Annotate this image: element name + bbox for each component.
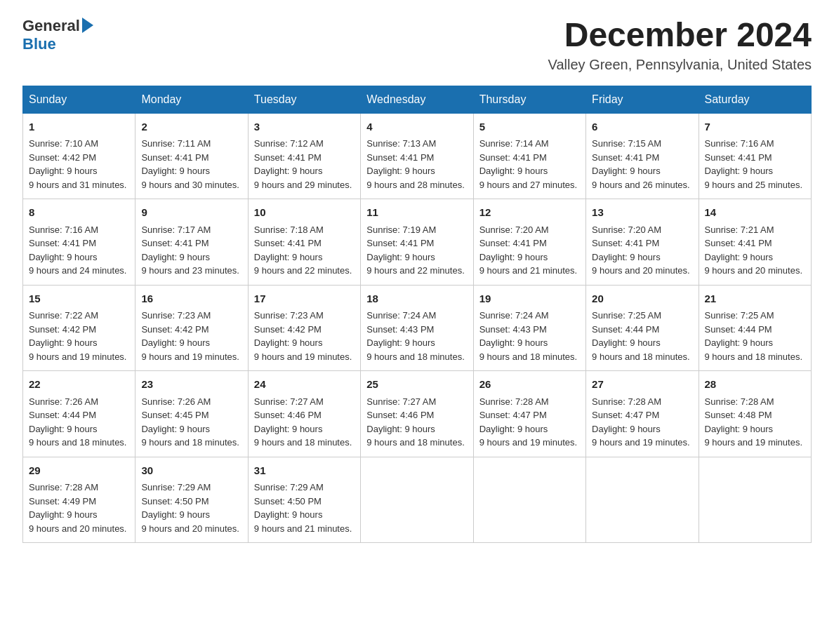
- table-row: 12Sunrise: 7:20 AMSunset: 4:41 PMDayligh…: [473, 199, 585, 286]
- header-thursday: Thursday: [473, 86, 585, 113]
- table-row: 21Sunrise: 7:25 AMSunset: 4:44 PMDayligh…: [699, 285, 811, 371]
- logo-general-text: General: [22, 17, 80, 35]
- table-row: 6Sunrise: 7:15 AMSunset: 4:41 PMDaylight…: [586, 113, 699, 199]
- table-row: 13Sunrise: 7:20 AMSunset: 4:41 PMDayligh…: [586, 199, 699, 286]
- month-title: December 2024: [548, 17, 812, 54]
- day-number: 31: [254, 463, 355, 479]
- header-wednesday: Wednesday: [361, 86, 473, 113]
- day-number: 29: [29, 463, 129, 479]
- day-number: 23: [141, 377, 241, 393]
- calendar-week-row: 29Sunrise: 7:28 AMSunset: 4:49 PMDayligh…: [23, 457, 812, 543]
- table-row: [586, 457, 699, 543]
- day-number: 5: [479, 119, 580, 135]
- day-info: Sunrise: 7:29 AMSunset: 4:50 PMDaylight:…: [141, 482, 239, 534]
- day-info: Sunrise: 7:22 AMSunset: 4:42 PMDaylight:…: [29, 310, 126, 362]
- table-row: 3Sunrise: 7:12 AMSunset: 4:41 PMDaylight…: [248, 113, 360, 199]
- day-number: 28: [705, 377, 805, 393]
- table-row: [473, 457, 585, 543]
- table-row: 25Sunrise: 7:27 AMSunset: 4:46 PMDayligh…: [361, 371, 473, 457]
- table-row: 4Sunrise: 7:13 AMSunset: 4:41 PMDaylight…: [361, 113, 473, 199]
- table-row: 28Sunrise: 7:28 AMSunset: 4:48 PMDayligh…: [699, 371, 811, 457]
- day-info: Sunrise: 7:11 AMSunset: 4:41 PMDaylight:…: [141, 138, 239, 190]
- table-row: 10Sunrise: 7:18 AMSunset: 4:41 PMDayligh…: [248, 199, 360, 286]
- day-number: 13: [592, 205, 692, 221]
- table-row: 26Sunrise: 7:28 AMSunset: 4:47 PMDayligh…: [473, 371, 585, 457]
- day-number: 3: [254, 119, 355, 135]
- day-number: 20: [592, 291, 692, 307]
- day-number: 6: [592, 119, 692, 135]
- table-row: 30Sunrise: 7:29 AMSunset: 4:50 PMDayligh…: [135, 457, 248, 543]
- day-number: 24: [254, 377, 355, 393]
- day-number: 17: [254, 291, 355, 307]
- day-info: Sunrise: 7:28 AMSunset: 4:47 PMDaylight:…: [592, 396, 689, 448]
- table-row: 31Sunrise: 7:29 AMSunset: 4:50 PMDayligh…: [248, 457, 360, 543]
- day-number: 25: [366, 377, 467, 393]
- header-monday: Monday: [135, 86, 248, 113]
- day-number: 27: [592, 377, 692, 393]
- table-row: 19Sunrise: 7:24 AMSunset: 4:43 PMDayligh…: [473, 285, 585, 371]
- day-info: Sunrise: 7:29 AMSunset: 4:50 PMDaylight:…: [254, 482, 352, 534]
- day-info: Sunrise: 7:26 AMSunset: 4:45 PMDaylight:…: [141, 396, 239, 448]
- day-info: Sunrise: 7:21 AMSunset: 4:41 PMDaylight:…: [705, 224, 802, 276]
- day-number: 12: [479, 205, 580, 221]
- day-number: 2: [141, 119, 241, 135]
- table-row: 11Sunrise: 7:19 AMSunset: 4:41 PMDayligh…: [361, 199, 473, 286]
- header-saturday: Saturday: [699, 86, 811, 113]
- table-row: 22Sunrise: 7:26 AMSunset: 4:44 PMDayligh…: [23, 371, 135, 457]
- day-number: 26: [479, 377, 580, 393]
- day-number: 30: [141, 463, 241, 479]
- header-tuesday: Tuesday: [248, 86, 360, 113]
- day-info: Sunrise: 7:15 AMSunset: 4:41 PMDaylight:…: [592, 138, 689, 190]
- logo: General Blue: [22, 17, 93, 53]
- table-row: 27Sunrise: 7:28 AMSunset: 4:47 PMDayligh…: [586, 371, 699, 457]
- logo-arrow-icon: [82, 18, 93, 33]
- day-number: 4: [366, 119, 467, 135]
- calendar-week-row: 1Sunrise: 7:10 AMSunset: 4:42 PMDaylight…: [23, 113, 812, 199]
- table-row: 23Sunrise: 7:26 AMSunset: 4:45 PMDayligh…: [135, 371, 248, 457]
- day-info: Sunrise: 7:24 AMSunset: 4:43 PMDaylight:…: [479, 310, 577, 362]
- day-info: Sunrise: 7:20 AMSunset: 4:41 PMDaylight:…: [592, 224, 689, 276]
- location-subtitle: Valley Green, Pennsylvania, United State…: [548, 57, 812, 73]
- title-area: December 2024 Valley Green, Pennsylvania…: [548, 17, 812, 73]
- table-row: [361, 457, 473, 543]
- table-row: 24Sunrise: 7:27 AMSunset: 4:46 PMDayligh…: [248, 371, 360, 457]
- header-friday: Friday: [586, 86, 699, 113]
- day-info: Sunrise: 7:28 AMSunset: 4:47 PMDaylight:…: [479, 396, 577, 448]
- day-info: Sunrise: 7:25 AMSunset: 4:44 PMDaylight:…: [592, 310, 689, 362]
- calendar-week-row: 22Sunrise: 7:26 AMSunset: 4:44 PMDayligh…: [23, 371, 812, 457]
- day-info: Sunrise: 7:23 AMSunset: 4:42 PMDaylight:…: [141, 310, 239, 362]
- table-row: 15Sunrise: 7:22 AMSunset: 4:42 PMDayligh…: [23, 285, 135, 371]
- day-info: Sunrise: 7:20 AMSunset: 4:41 PMDaylight:…: [479, 224, 577, 276]
- day-info: Sunrise: 7:19 AMSunset: 4:41 PMDaylight:…: [366, 224, 464, 276]
- day-number: 22: [29, 377, 129, 393]
- table-row: 16Sunrise: 7:23 AMSunset: 4:42 PMDayligh…: [135, 285, 248, 371]
- day-number: 14: [705, 205, 805, 221]
- day-number: 9: [141, 205, 241, 221]
- logo-blue-text: Blue: [22, 35, 56, 53]
- day-info: Sunrise: 7:23 AMSunset: 4:42 PMDaylight:…: [254, 310, 352, 362]
- day-info: Sunrise: 7:13 AMSunset: 4:41 PMDaylight:…: [366, 138, 464, 190]
- day-info: Sunrise: 7:16 AMSunset: 4:41 PMDaylight:…: [705, 138, 802, 190]
- day-info: Sunrise: 7:24 AMSunset: 4:43 PMDaylight:…: [366, 310, 464, 362]
- day-info: Sunrise: 7:27 AMSunset: 4:46 PMDaylight:…: [254, 396, 352, 448]
- day-info: Sunrise: 7:27 AMSunset: 4:46 PMDaylight:…: [366, 396, 464, 448]
- table-row: 29Sunrise: 7:28 AMSunset: 4:49 PMDayligh…: [23, 457, 135, 543]
- calendar-week-row: 8Sunrise: 7:16 AMSunset: 4:41 PMDaylight…: [23, 199, 812, 286]
- day-info: Sunrise: 7:10 AMSunset: 4:42 PMDaylight:…: [29, 138, 126, 190]
- day-info: Sunrise: 7:28 AMSunset: 4:49 PMDaylight:…: [29, 482, 126, 534]
- weekday-header-row: Sunday Monday Tuesday Wednesday Thursday…: [23, 86, 812, 113]
- day-number: 21: [705, 291, 805, 307]
- calendar-week-row: 15Sunrise: 7:22 AMSunset: 4:42 PMDayligh…: [23, 285, 812, 371]
- table-row: 18Sunrise: 7:24 AMSunset: 4:43 PMDayligh…: [361, 285, 473, 371]
- day-number: 15: [29, 291, 129, 307]
- table-row: 1Sunrise: 7:10 AMSunset: 4:42 PMDaylight…: [23, 113, 135, 199]
- day-info: Sunrise: 7:28 AMSunset: 4:48 PMDaylight:…: [705, 396, 802, 448]
- day-number: 7: [705, 119, 805, 135]
- day-info: Sunrise: 7:18 AMSunset: 4:41 PMDaylight:…: [254, 224, 352, 276]
- table-row: 17Sunrise: 7:23 AMSunset: 4:42 PMDayligh…: [248, 285, 360, 371]
- page-header: General Blue December 2024 Valley Green,…: [22, 17, 812, 73]
- day-number: 10: [254, 205, 355, 221]
- day-number: 8: [29, 205, 129, 221]
- header-sunday: Sunday: [23, 86, 135, 113]
- table-row: [699, 457, 811, 543]
